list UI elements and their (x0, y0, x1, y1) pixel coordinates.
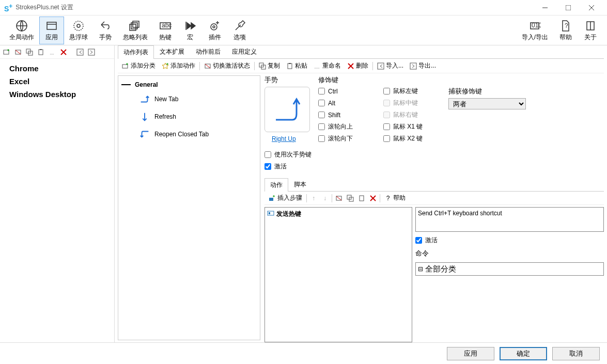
add-action-button[interactable]: 添加动作 (160, 60, 197, 71)
svg-rect-33 (40, 49, 42, 50)
chk-mouse-left[interactable]: 鼠标左键 (383, 87, 440, 96)
tree-expand-icon[interactable]: ⊟ (418, 265, 423, 273)
step-item-send-hotkey[interactable]: 发送热键 (267, 210, 410, 218)
action-toolbar: 添加分类 添加动作 切换激活状态 复制 粘贴 重命名 删除 导入... 导出..… (118, 59, 604, 73)
import-button[interactable]: 导入... (375, 60, 406, 71)
chk-step-active[interactable]: 激活 (415, 236, 604, 245)
toggle-active-button[interactable]: 切换激活状态 (202, 60, 252, 71)
step-copy-icon[interactable] (346, 194, 355, 203)
rename-button[interactable]: 重命名 (312, 60, 343, 71)
titlebar: S+ StrokesPlus.net 设置 (0, 0, 607, 15)
rename-app-icon[interactable] (48, 48, 57, 57)
toolbar-global[interactable]: 全局动作 (4, 17, 39, 44)
toolbar-apps[interactable]: 应用 (39, 17, 64, 44)
target-icon (72, 19, 85, 33)
copy-app-icon[interactable] (25, 48, 34, 57)
capture-select[interactable]: 两者 (448, 98, 526, 109)
chk-mouse-x2[interactable]: 鼠标 X2 键 (383, 134, 440, 143)
svg-rect-6 (47, 22, 56, 29)
step-paste-icon[interactable] (357, 194, 366, 203)
export-app-icon[interactable] (87, 48, 96, 57)
tab-app-definition[interactable]: 应用定义 (226, 45, 262, 58)
chk-secondary-gesture[interactable]: 使用次手势键 (264, 150, 604, 159)
chk-shift[interactable]: Shift (318, 110, 375, 119)
svg-rect-11 (131, 23, 137, 29)
sidebar-item-excel[interactable]: Excel (2, 75, 112, 88)
minimize-button[interactable] (533, 0, 556, 15)
svg-marker-17 (191, 23, 195, 29)
chk-ctrl[interactable]: Ctrl (318, 87, 375, 96)
svg-point-18 (211, 24, 217, 30)
toolbar-options[interactable]: 选项 (227, 17, 252, 44)
move-down-icon[interactable]: ↓ (320, 194, 330, 203)
paste-icon (286, 62, 293, 70)
svg-point-9 (77, 24, 80, 27)
toolbar-ignore[interactable]: 忽略列表 (118, 17, 153, 44)
step-delete-icon[interactable] (368, 194, 378, 203)
tab-action[interactable]: 动作 (264, 178, 288, 192)
svg-rect-66 (268, 211, 274, 215)
svg-rect-63 (360, 196, 364, 201)
export-button[interactable]: 导出... (408, 60, 438, 71)
toolbar-about[interactable]: 关于 (578, 17, 603, 44)
chk-wheel-up[interactable]: 滚轮向上 (318, 122, 375, 131)
gesture-preview[interactable] (264, 87, 310, 132)
chk-active[interactable]: 激活 (264, 162, 604, 171)
copy-button[interactable]: 复制 (257, 60, 282, 71)
ok-button[interactable]: 确定 (500, 347, 547, 360)
tab-actions[interactable]: 动作列表 (118, 45, 154, 59)
tree-item-reopen-tab[interactable]: Reopen Closed Tab (121, 125, 257, 143)
gesture-name-link[interactable]: Right Up (264, 135, 296, 143)
svg-line-60 (336, 196, 341, 200)
step-description[interactable]: Send Ctrl+T keyboard shortcut (415, 207, 604, 232)
sidebar-item-windows-desktop[interactable]: Windows Desktop (2, 88, 112, 101)
delete-button[interactable]: 删除 (345, 60, 370, 71)
paste-button[interactable]: 粘贴 (284, 60, 309, 71)
import-icon (377, 62, 384, 70)
chk-mouse-x1[interactable]: 鼠标 X1 键 (383, 122, 440, 131)
step-toggle-icon[interactable] (334, 194, 344, 203)
import-app-icon[interactable] (75, 48, 85, 57)
export-icon (410, 62, 417, 70)
chk-wheel-down[interactable]: 滚轮向下 (318, 134, 375, 143)
help-icon: ? (384, 195, 392, 202)
add-category-button[interactable]: 添加分类 (120, 60, 158, 71)
move-up-icon[interactable]: ↑ (309, 194, 318, 203)
delete-app-icon[interactable] (59, 48, 68, 57)
svg-rect-67 (269, 212, 270, 214)
chk-alt[interactable]: Alt (318, 99, 375, 107)
main-tabstrip: 动作列表 文本扩展 动作前后 应用定义 (118, 45, 604, 59)
add-star-icon (162, 62, 169, 70)
tree-item-new-tab[interactable]: New Tab (121, 90, 257, 108)
toolbar-float[interactable]: 悬浮球 (64, 17, 93, 44)
toolbar-gestures[interactable]: 手势 (93, 17, 118, 44)
maximize-button[interactable] (556, 0, 580, 15)
step-help-button[interactable]: ?帮助 (382, 193, 408, 203)
toolbar-help[interactable]: ? 帮助 (553, 17, 578, 44)
capture-label: 捕获修饰键 (448, 87, 526, 96)
svg-rect-49 (288, 64, 292, 69)
sidebar-item-chrome[interactable]: Chrome (2, 62, 112, 75)
close-button[interactable] (580, 0, 603, 15)
toggle-app-icon[interactable] (13, 48, 23, 57)
command-box[interactable]: ⊟ 全部分类 (415, 262, 604, 276)
app-list: Chrome Excel Windows Desktop (0, 59, 114, 104)
tree-group-general[interactable]: General (121, 79, 257, 90)
delete-icon (347, 62, 354, 70)
svg-rect-38 (88, 49, 95, 55)
apply-button[interactable]: 应用 (447, 347, 494, 360)
modifier-label: 修饰键 (318, 75, 604, 85)
insert-step-button[interactable]: 插入步骤 (267, 193, 304, 203)
add-app-icon[interactable] (2, 48, 11, 57)
toolbar-import-export[interactable]: 0101 导入/导出 (517, 17, 553, 44)
tab-script[interactable]: 脚本 (288, 178, 312, 191)
svg-text:?: ? (565, 22, 568, 29)
cancel-button[interactable]: 取消 (552, 347, 600, 360)
toolbar-plugins[interactable]: 插件 (203, 17, 227, 44)
toolbar-macro[interactable]: 宏 (178, 17, 203, 44)
tree-item-refresh[interactable]: Refresh (121, 108, 257, 125)
tab-text-expand[interactable]: 文本扩展 (154, 45, 190, 58)
paste-app-icon[interactable] (36, 48, 45, 57)
toolbar-hotkeys[interactable]: abc 热键 (153, 17, 178, 44)
tab-before-after[interactable]: 动作前后 (190, 45, 226, 58)
